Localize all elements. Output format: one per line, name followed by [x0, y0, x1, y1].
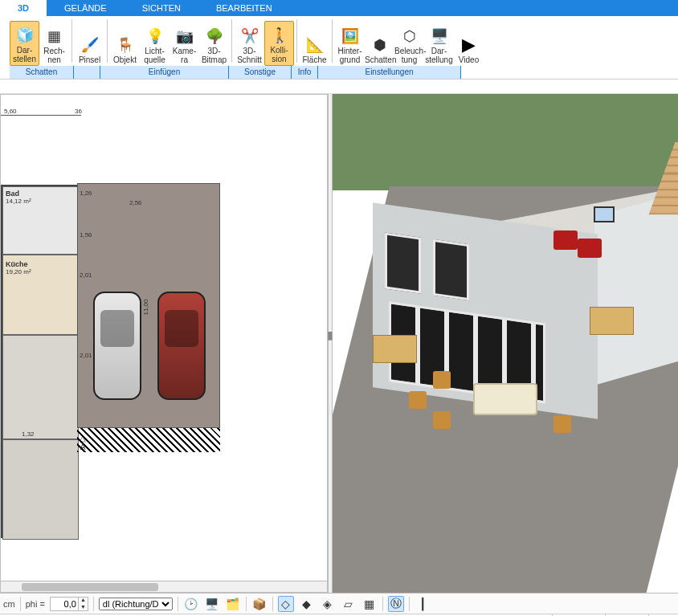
- room-esszimmer: [2, 335, 79, 439]
- separator: [246, 597, 247, 611]
- chair-icon: 🪑: [110, 35, 140, 55]
- 3d-view[interactable]: [333, 94, 678, 593]
- house-model: [373, 118, 678, 423]
- room-label-kueche: Küche19,20 m²: [6, 260, 31, 275]
- outdoor-sofa: [473, 383, 537, 415]
- tv: [594, 206, 615, 222]
- outdoor-table: [373, 335, 417, 363]
- snap-d-icon[interactable]: ▱: [341, 596, 357, 612]
- box-icon[interactable]: 📦: [251, 596, 268, 612]
- flaeche-button[interactable]: 📐 Fläche: [300, 31, 329, 66]
- dim-label: 36: [75, 108, 82, 115]
- objekt-button[interactable]: 🪑 Objekt: [110, 31, 140, 66]
- separator: [332, 19, 333, 63]
- layers-icon[interactable]: 🗂️: [225, 596, 241, 612]
- separator: [231, 19, 232, 63]
- armchair: [578, 239, 602, 258]
- shadow-icon: ⬢: [365, 35, 394, 55]
- rechnen-button[interactable]: ▦ Rech- nen: [39, 22, 69, 66]
- scrollbar-thumb[interactable]: [22, 583, 158, 591]
- snap-b-icon[interactable]: ◆: [299, 596, 315, 612]
- outdoor-chair: [433, 411, 451, 429]
- main-tab-strip: 3D GELÄNDE SICHTEN BEARBEITEN: [0, 0, 678, 16]
- separator: [272, 597, 273, 611]
- armchair: [553, 230, 578, 250]
- darstellung-button[interactable]: 🖥️ Dar- stellung: [424, 22, 454, 66]
- phi-spin-up[interactable]: ▲: [78, 597, 88, 604]
- staircase: [649, 142, 678, 214]
- tab-sichten[interactable]: SICHTEN: [125, 0, 198, 16]
- dim-label: 2,56: [129, 199, 142, 206]
- floorplan-view[interactable]: 5,60 36 Bad14,12 m² Küche19,20 m² 1,26: [0, 94, 328, 593]
- area-icon: 📐: [300, 35, 329, 55]
- dim-label: 2,01: [80, 352, 92, 359]
- dl-select[interactable]: dl (Richtung/Di: [99, 598, 173, 610]
- ribbon-group-bar: Schatten Einfügen Sonstige Info Einstell…: [0, 66, 678, 79]
- tab-3d[interactable]: 3D: [0, 0, 47, 16]
- room-label-bad: Bad14,12 m²: [6, 190, 31, 205]
- display-icon: 🖥️: [424, 26, 454, 47]
- dim-label: 2,01: [80, 271, 92, 279]
- unit-label: cm: [3, 599, 15, 609]
- group-sonstige: Sonstige: [229, 66, 292, 79]
- video-button[interactable]: ▶ Video: [454, 31, 484, 66]
- group-pinsel: [74, 66, 100, 79]
- group-einfuegen: Einfügen: [100, 66, 229, 79]
- separator: [107, 19, 108, 63]
- snap-c-icon[interactable]: ◈: [320, 596, 336, 612]
- play-icon: ▶: [454, 35, 484, 55]
- outdoor-chair: [553, 415, 571, 433]
- snap-a-icon[interactable]: ◇: [278, 596, 294, 612]
- clock-icon[interactable]: 🕑: [183, 596, 199, 612]
- car-silver: [93, 292, 141, 400]
- horizontal-scrollbar[interactable]: [1, 581, 327, 592]
- background-icon: 🖼️: [335, 26, 365, 47]
- bulb-icon: 💡: [140, 26, 170, 47]
- separator: [20, 597, 21, 611]
- darstellen-button[interactable]: 🧊 Dar- stellen: [10, 21, 39, 66]
- separator: [71, 19, 72, 63]
- person-icon: 🚶: [265, 25, 293, 46]
- camera-icon: 📷: [170, 26, 199, 47]
- separator: [93, 597, 94, 611]
- group-schatten: Schatten: [10, 66, 74, 79]
- vline-icon[interactable]: ┃: [415, 596, 431, 612]
- section-marker: △ A: [80, 434, 86, 451]
- bitmap-button[interactable]: 🌳 3D- Bitmap: [199, 22, 229, 66]
- dim-label: 11,00: [142, 299, 149, 315]
- north-icon[interactable]: Ⓝ: [388, 596, 404, 612]
- dim-label: 5,60: [4, 108, 17, 115]
- pinsel-button[interactable]: 🖌️ Pinsel: [75, 31, 104, 66]
- brush-icon: 🖌️: [75, 35, 104, 55]
- outdoor-table: [590, 307, 634, 335]
- grid-icon[interactable]: ▦: [361, 596, 378, 612]
- group-einstell: Einstellungen: [318, 66, 461, 79]
- dim-label: 1,56: [80, 231, 92, 239]
- separator: [296, 19, 297, 63]
- phi-spin-down[interactable]: ▼: [78, 604, 88, 611]
- beleuchtung-button[interactable]: ⬡ Beleuch- tung: [394, 22, 424, 66]
- schatten-button[interactable]: ⬢ Schatten: [365, 31, 394, 66]
- dimension-line: [1, 115, 81, 116]
- window: [385, 232, 421, 293]
- monitor-icon[interactable]: 🖥️: [204, 596, 220, 612]
- kamera-button[interactable]: 📷 Kame- ra: [170, 22, 199, 66]
- lichtquelle-button[interactable]: 💡 Licht- quelle: [140, 22, 170, 66]
- tab-gelaende[interactable]: GELÄNDE: [47, 0, 125, 16]
- separator: [382, 597, 383, 611]
- hatch-pattern: [77, 428, 220, 452]
- tree-icon: 🌳: [199, 26, 229, 47]
- phi-input[interactable]: [51, 599, 78, 609]
- workspace: 5,60 36 Bad14,12 m² Küche19,20 m² 1,26: [0, 94, 678, 593]
- cube-icon: 🧊: [10, 25, 39, 46]
- group-info: Info: [292, 66, 318, 79]
- schnitt-button[interactable]: ✂️ 3D- Schnitt: [235, 22, 264, 66]
- dim-label: 1,32: [22, 430, 35, 438]
- phi-input-box: ▲ ▼: [50, 597, 88, 611]
- hintergrund-button[interactable]: 🖼️ Hinter- grund: [335, 22, 365, 66]
- separator: [409, 597, 410, 611]
- kollision-button[interactable]: 🚶 Kolli- sion: [264, 21, 294, 66]
- car-red: [157, 292, 206, 400]
- tab-bearbeiten[interactable]: BEARBEITEN: [198, 0, 290, 16]
- phi-label: phi =: [26, 599, 45, 609]
